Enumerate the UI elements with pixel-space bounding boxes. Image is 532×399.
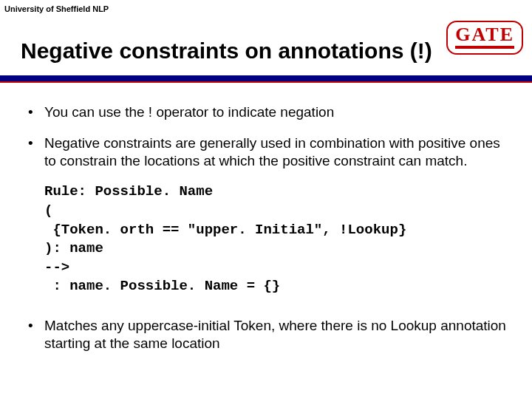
bullet-text: You can use the ! operator to indicate n…	[44, 103, 510, 121]
bullet-item: • You can use the ! operator to indicate…	[28, 103, 510, 121]
bullet-item: • Negative constraints are generally use…	[28, 134, 510, 170]
bullet-text: Matches any uppercase-initial Token, whe…	[44, 317, 510, 352]
bullet-dot-icon: •	[28, 103, 44, 121]
bullet-item: • Matches any uppercase-initial Token, w…	[28, 317, 510, 352]
bullet-dot-icon: •	[28, 317, 44, 352]
title-divider	[0, 75, 532, 83]
header-label: University of Sheffield NLP	[4, 4, 109, 13]
bullet-text: Negative constraints are generally used …	[44, 134, 510, 170]
slide-content: • You can use the ! operator to indicate…	[28, 103, 510, 366]
logo-text: GATE	[455, 25, 514, 44]
slide-title: Negative constraints on annotations (!)	[21, 38, 432, 64]
code-block: Rule: Possible. Name ( {Token. orth == "…	[44, 183, 510, 296]
bullet-dot-icon: •	[28, 134, 44, 170]
gate-logo: GATE	[446, 21, 523, 55]
